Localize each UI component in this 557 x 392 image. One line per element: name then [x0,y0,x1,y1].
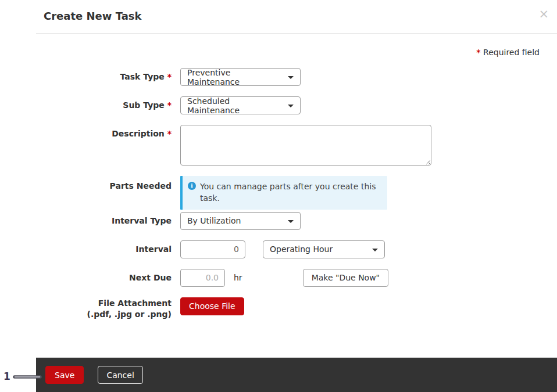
modal-header: Create New Task × [36,0,557,34]
next-due-row: Next Due hr Make "Due Now" [36,269,557,287]
interval-type-select[interactable]: By Utilization [180,212,301,230]
interval-unit-select[interactable]: Operating Hour [263,240,385,258]
file-attachment-label-line2: (.pdf, .jpg or .png) [36,309,172,321]
interval-type-label: Interval Type [36,212,172,227]
description-input[interactable] [180,125,431,166]
required-asterisk: * [167,129,172,138]
interval-type-row: Interval Type By Utilization [36,212,557,230]
create-new-task-screen: Create New Task × * Required field Task … [0,0,557,392]
required-note-text: Required field [481,48,540,57]
file-attachment-label: File Attachment (.pdf, .jpg or .png) [36,297,172,321]
make-due-now-button[interactable]: Make "Due Now" [303,269,388,287]
task-type-row: Task Type * Preventive Maintenance [36,68,557,86]
parts-needed-row: Parts Needed i You can manage parts afte… [36,176,557,210]
parts-info-alert: i You can manage parts after you create … [180,176,387,210]
create-new-task-modal: Create New Task × * Required field Task … [36,0,557,392]
save-button[interactable]: Save [45,366,84,384]
sub-type-label: Sub Type * [36,96,172,112]
chevron-down-icon [288,76,294,79]
annotation-number: 1 [3,371,10,382]
interval-type-value: By Utilization [187,216,241,225]
parts-info-text: You can manage parts after you create th… [200,181,380,204]
modal-body: * Required field Task Type * Preventive … [36,34,557,321]
chevron-down-icon [288,220,294,223]
choose-file-button[interactable]: Choose File [180,297,244,315]
required-asterisk: * [167,100,172,110]
sub-type-value: Scheduled Maintenance [187,96,283,115]
chevron-down-icon [288,105,294,107]
interval-input[interactable] [180,240,245,258]
interval-row: Interval Operating Hour [36,240,557,258]
next-due-unit: hr [234,273,242,282]
task-type-select[interactable]: Preventive Maintenance [180,68,301,86]
required-field-note: * Required field [36,48,557,57]
description-row: Description * [36,125,557,166]
parts-needed-label: Parts Needed [36,176,172,192]
page-title: Create New Task [44,10,141,22]
annotation-arrow [13,373,43,380]
file-attachment-row: File Attachment (.pdf, .jpg or .png) Cho… [36,297,557,321]
chevron-down-icon [372,249,378,251]
info-icon: i [188,182,196,190]
task-type-value: Preventive Maintenance [187,68,283,87]
required-asterisk: * [476,48,480,57]
cancel-button[interactable]: Cancel [98,366,142,384]
interval-label: Interval [36,240,172,256]
next-due-input[interactable] [180,269,225,287]
modal-footer: Save Cancel [36,357,557,392]
sub-type-select[interactable]: Scheduled Maintenance [180,96,301,114]
next-due-label: Next Due [36,269,172,284]
file-attachment-label-line1: File Attachment [36,298,172,310]
close-icon[interactable]: × [538,8,549,20]
description-label: Description * [36,125,172,140]
interval-unit-value: Operating Hour [270,244,333,254]
task-type-label: Task Type * [36,68,172,83]
sub-type-row: Sub Type * Scheduled Maintenance [36,96,557,114]
required-asterisk: * [167,72,172,81]
